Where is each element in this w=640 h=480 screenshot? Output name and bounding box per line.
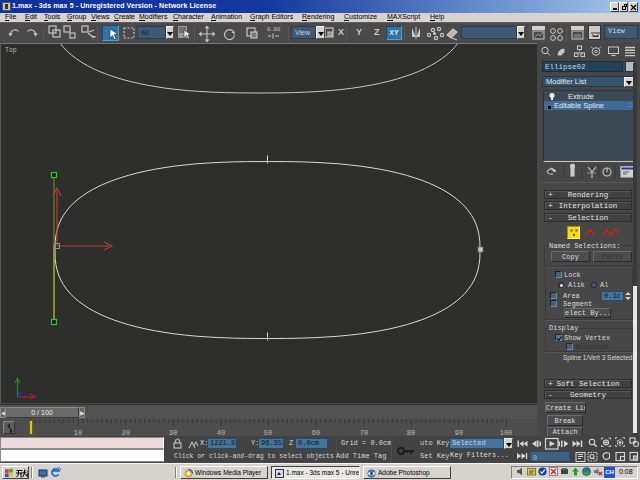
svg-text:0.00: 0.00 [267,26,280,33]
svg-text:0: 0 [533,454,537,462]
